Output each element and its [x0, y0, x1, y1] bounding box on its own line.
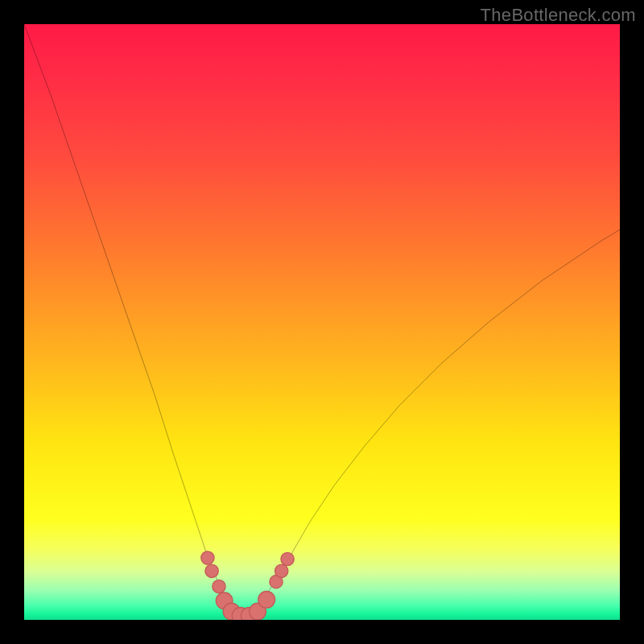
- watermark-text: TheBottleneck.com: [481, 5, 636, 26]
- curve-marker: [275, 564, 288, 577]
- bottleneck-curve: [24, 24, 620, 617]
- curve-layer: [24, 24, 620, 620]
- curve-markers: [201, 551, 294, 620]
- curve-marker: [205, 564, 218, 577]
- curve-marker: [281, 552, 294, 565]
- plot-area: [24, 24, 620, 620]
- curve-marker: [258, 591, 275, 608]
- curve-marker: [213, 580, 225, 592]
- chart-frame: TheBottleneck.com: [0, 0, 644, 644]
- curve-marker: [201, 551, 214, 564]
